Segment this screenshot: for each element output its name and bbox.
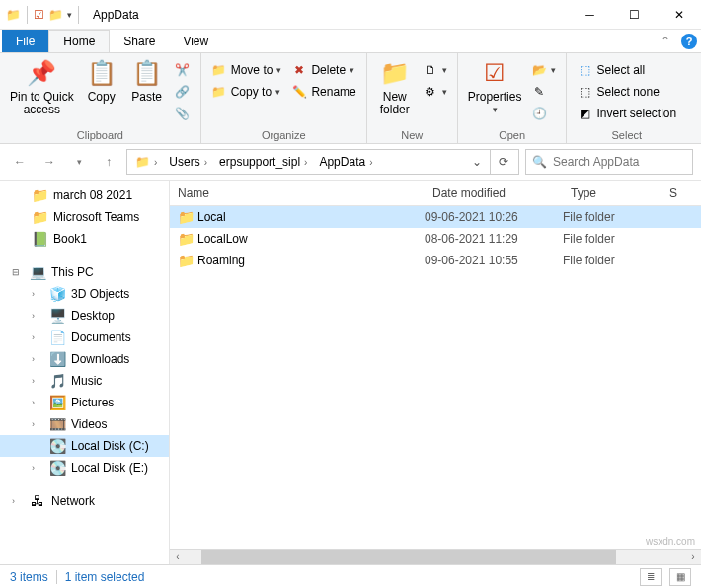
open-icon: 📂 bbox=[531, 62, 547, 78]
folder-icon: 📁 bbox=[170, 231, 190, 247]
easy-access-button[interactable]: ⚙▾ bbox=[419, 81, 451, 103]
folder-icon: 📁 bbox=[170, 253, 190, 268]
search-placeholder: Search AppData bbox=[553, 155, 639, 169]
address-dropdown[interactable]: ⌄ bbox=[464, 150, 490, 174]
nav-pc-item[interactable]: ›🎞️Videos bbox=[0, 413, 169, 435]
maximize-button[interactable]: ☐ bbox=[612, 0, 657, 30]
new-folder-button[interactable]: 📁 New folder bbox=[373, 55, 417, 118]
nav-pc-item[interactable]: ›💽Local Disk (E:) bbox=[0, 457, 169, 478]
tab-home[interactable]: Home bbox=[48, 30, 110, 52]
breadcrumb-item[interactable]: AppData› bbox=[313, 150, 378, 174]
properties-button[interactable]: ☑ Properties▾ bbox=[464, 55, 526, 117]
search-input[interactable]: 🔍 Search AppData bbox=[525, 149, 693, 175]
file-row[interactable]: 📁 Roaming 09-06-2021 10:55 File folder bbox=[170, 250, 701, 271]
column-header-size[interactable]: S bbox=[662, 186, 701, 200]
history-icon: 🕘 bbox=[531, 106, 547, 121]
rename-icon: ✏️ bbox=[291, 84, 307, 100]
scissors-icon: ✂️ bbox=[175, 62, 191, 78]
window-title: AppData bbox=[87, 8, 568, 22]
copy-to-button[interactable]: 📁Copy to▾ bbox=[207, 81, 286, 103]
column-header-type[interactable]: Type bbox=[563, 186, 662, 200]
up-button[interactable]: ↑ bbox=[97, 150, 120, 174]
paste-button[interactable]: 📋 Paste bbox=[125, 55, 169, 106]
watermark: wsxdn.com bbox=[646, 536, 695, 547]
recent-locations-button[interactable]: ▾ bbox=[67, 150, 91, 174]
ribbon: 📌 Pin to Quick access 📋 Copy 📋 Paste ✂️ … bbox=[0, 53, 701, 144]
copy-button[interactable]: 📋 Copy bbox=[80, 55, 123, 106]
easy-access-icon: ⚙ bbox=[423, 84, 438, 100]
nav-pc-item[interactable]: ›⬇️Downloads bbox=[0, 348, 169, 370]
delete-button[interactable]: ✖Delete▾ bbox=[287, 59, 359, 81]
delete-icon: ✖ bbox=[291, 62, 307, 78]
status-selected-count: 1 item selected bbox=[65, 570, 145, 584]
column-header-date[interactable]: Date modified bbox=[425, 186, 563, 200]
new-folder-icon: 📁 bbox=[379, 57, 411, 89]
breadcrumb-item[interactable]: Users› bbox=[163, 150, 213, 174]
nav-quick-item[interactable]: 📁march 08 2021 bbox=[0, 184, 169, 206]
collapse-ribbon-button[interactable]: ⌃ bbox=[654, 30, 677, 52]
thumbnails-view-button[interactable]: ▦ bbox=[669, 568, 691, 586]
move-to-button[interactable]: 📁Move to▾ bbox=[207, 59, 286, 81]
paste-shortcut-button[interactable]: 📎 bbox=[171, 103, 195, 124]
qat-dropdown[interactable]: ▾ bbox=[67, 10, 72, 20]
select-all-icon: ⬚ bbox=[577, 62, 592, 78]
forward-button[interactable]: → bbox=[38, 150, 61, 174]
nav-pc-item[interactable]: ›🎵Music bbox=[0, 370, 169, 392]
back-button[interactable]: ← bbox=[8, 150, 32, 174]
navigation-pane[interactable]: 📁march 08 2021📁Microsoft Teams📗Book1 ⊟💻T… bbox=[0, 181, 170, 564]
help-button[interactable]: ? bbox=[677, 30, 701, 52]
invert-icon: ◩ bbox=[577, 106, 592, 121]
history-button[interactable]: 🕘 bbox=[527, 103, 560, 124]
folder-icon: 📁 bbox=[6, 8, 21, 22]
copy-path-button[interactable]: 🔗 bbox=[171, 81, 195, 103]
refresh-button[interactable]: ⟳ bbox=[491, 150, 516, 174]
properties-icon: ☑ bbox=[479, 57, 510, 89]
tab-view[interactable]: View bbox=[169, 30, 222, 52]
moveto-icon: 📁 bbox=[211, 62, 227, 78]
select-none-button[interactable]: ⬚Select none bbox=[573, 81, 680, 103]
group-label-select: Select bbox=[573, 127, 680, 143]
nav-pc-item[interactable]: 💽Local Disk (C:) bbox=[0, 435, 169, 457]
breadcrumb-root[interactable]: 📁› bbox=[129, 150, 163, 174]
group-label-organize: Organize bbox=[207, 127, 360, 143]
breadcrumb-item[interactable]: erpsupport_sipl› bbox=[213, 150, 313, 174]
group-label-clipboard: Clipboard bbox=[6, 127, 195, 143]
nav-quick-item[interactable]: 📁Microsoft Teams bbox=[0, 206, 169, 228]
nav-quick-item[interactable]: 📗Book1 bbox=[0, 228, 169, 250]
nav-this-pc[interactable]: ⊟💻This PC bbox=[0, 261, 169, 283]
address-bar[interactable]: 📁› Users› erpsupport_sipl› AppData› ⌄ ⟳ bbox=[126, 149, 519, 175]
column-header-name[interactable]: Name bbox=[170, 186, 425, 200]
nav-pc-item[interactable]: ›🖥️Desktop bbox=[0, 305, 169, 327]
new-item-icon: 🗋 bbox=[423, 62, 438, 78]
copy-icon: 📋 bbox=[86, 57, 117, 89]
group-label-new: New bbox=[373, 127, 451, 143]
rename-button[interactable]: ✏️Rename bbox=[287, 81, 359, 103]
details-view-button[interactable]: ≣ bbox=[640, 568, 662, 586]
qat-checkbox[interactable]: ☑ bbox=[34, 8, 44, 22]
nav-pc-item[interactable]: ›🖼️Pictures bbox=[0, 392, 169, 413]
paste-icon: 📋 bbox=[131, 57, 163, 89]
open-button[interactable]: 📂▾ bbox=[527, 59, 560, 81]
edit-button[interactable]: ✎ bbox=[527, 81, 560, 103]
folder-icon: 📁 bbox=[170, 209, 190, 225]
select-all-button[interactable]: ⬚Select all bbox=[573, 59, 680, 81]
tab-file[interactable]: File bbox=[2, 30, 48, 52]
horizontal-scrollbar[interactable]: ‹› bbox=[170, 549, 701, 564]
cut-button[interactable]: ✂️ bbox=[171, 59, 195, 81]
pin-to-quick-access-button[interactable]: 📌 Pin to Quick access bbox=[6, 55, 78, 118]
minimize-button[interactable]: ─ bbox=[568, 0, 612, 30]
nav-pc-item[interactable]: ›🧊3D Objects bbox=[0, 283, 169, 305]
path-icon: 🔗 bbox=[175, 84, 191, 100]
nav-network[interactable]: ›🖧Network bbox=[0, 490, 169, 512]
invert-selection-button[interactable]: ◩Invert selection bbox=[573, 103, 680, 124]
edit-icon: ✎ bbox=[531, 84, 547, 100]
file-row[interactable]: 📁 Local 09-06-2021 10:26 File folder bbox=[170, 206, 701, 228]
select-none-icon: ⬚ bbox=[577, 84, 592, 100]
nav-pc-item[interactable]: ›📄Documents bbox=[0, 327, 169, 348]
search-icon: 🔍 bbox=[532, 155, 547, 169]
new-item-button[interactable]: 🗋▾ bbox=[419, 59, 451, 81]
close-button[interactable]: ✕ bbox=[657, 0, 701, 30]
copyto-icon: 📁 bbox=[211, 84, 227, 100]
tab-share[interactable]: Share bbox=[110, 30, 169, 52]
file-row[interactable]: 📁 LocalLow 08-06-2021 11:29 File folder bbox=[170, 228, 701, 250]
